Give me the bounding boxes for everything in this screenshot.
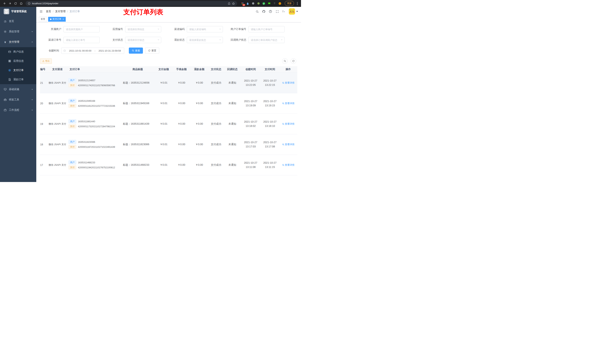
breadcrumb-pay[interactable]: 支付管理 xyxy=(55,10,65,13)
pay-status-select[interactable] xyxy=(125,37,161,43)
col-notify[interactable]: 回调状态 xyxy=(224,66,241,73)
view-detail-link[interactable]: 查看详情 xyxy=(282,102,294,105)
fee-amount: ￥0.00 xyxy=(178,102,185,105)
create-time: 13:11:08 xyxy=(242,165,259,169)
sidebar-item-system[interactable]: 系统管理 xyxy=(0,26,36,37)
search-button[interactable]: 搜索 xyxy=(129,48,143,54)
col-fee[interactable]: 手续金额 xyxy=(172,66,190,73)
tab-pay-order[interactable]: 支付订单 × xyxy=(48,17,66,22)
font-size-icon[interactable]: TT xyxy=(282,10,285,13)
chevron-up-icon xyxy=(31,41,33,43)
collapse-sidebar-icon[interactable] xyxy=(39,10,43,13)
browser-menu-icon[interactable] xyxy=(295,2,299,5)
notify-status: 未通知 xyxy=(228,163,236,166)
pay-channel: 微信 JSAPI 支付 xyxy=(49,123,66,125)
table-row[interactable]: 21 微信 JSAPI 支付 商户1635312124657 支付4200001… xyxy=(40,73,297,93)
tab-home[interactable]: 首页 xyxy=(39,17,47,22)
table-row[interactable]: 商户1635311457136 xyxy=(40,175,297,182)
bookmark-star-icon[interactable] xyxy=(232,2,235,5)
col-amount[interactable]: 支付金额 xyxy=(155,66,172,73)
forward-icon[interactable] xyxy=(7,1,13,6)
col-refund[interactable]: 退款金额 xyxy=(190,66,208,73)
col-order[interactable]: 支付订单 xyxy=(67,66,121,73)
merchant-order-no: 1635312124657 xyxy=(78,79,95,82)
app-id-select[interactable] xyxy=(125,26,161,32)
extension-robot-icon[interactable] xyxy=(278,2,282,5)
avatar xyxy=(289,8,295,15)
extension-green-icon[interactable] xyxy=(257,2,260,5)
sidebar-item-pay-order[interactable]: 支付订单 xyxy=(0,66,36,75)
extension-chat-icon[interactable] xyxy=(267,2,271,5)
tab-close-icon[interactable]: × xyxy=(63,18,64,21)
col-status[interactable]: 支付状态 xyxy=(208,66,224,73)
col-actions[interactable]: 操作 xyxy=(279,66,297,73)
table-row[interactable]: 17 微信 JSAPI 支付 商户1635311468233 支付4200001… xyxy=(40,155,297,175)
fullscreen-icon[interactable] xyxy=(275,10,279,13)
sidebar-item-merchant-info[interactable]: 商户信息 xyxy=(0,47,36,56)
table-row[interactable]: 18 微信 JSAPI 支付 商户1635311823086 支付4200001… xyxy=(40,134,297,155)
col-channel[interactable]: 支付渠道 xyxy=(47,66,67,73)
url-bar[interactable]: localhost:1024/pay/order xyxy=(26,1,237,6)
github-icon[interactable] xyxy=(262,10,266,13)
sidebar-item-pay[interactable]: ¥ 支付管理 xyxy=(0,37,36,47)
notify-status-select[interactable] xyxy=(248,37,285,43)
sidebar-item-infra[interactable]: 基础设施 xyxy=(0,84,36,94)
view-detail-link[interactable]: 查看详情 xyxy=(282,143,294,146)
menu-label: 研发工具 xyxy=(9,98,19,101)
merchant-order-no-input[interactable] xyxy=(248,26,285,32)
extension-gray-icon[interactable] xyxy=(251,2,255,5)
pay-status: 支付成功 xyxy=(211,122,221,125)
browser-update-button[interactable]: 更新 xyxy=(285,1,294,6)
extension-grid-icon[interactable]: 10 xyxy=(240,2,244,5)
create-time-range-picker[interactable]: 2021-10-01 00:00:00 - 2021-10-31 23:59:5… xyxy=(61,48,124,54)
refund-amount: ￥0.00 xyxy=(195,102,203,105)
sidebar-item-devtools[interactable]: 研发工具 xyxy=(0,94,36,105)
table-refresh-icon[interactable] xyxy=(291,58,296,64)
search-icon[interactable] xyxy=(256,10,259,13)
back-icon[interactable] xyxy=(2,1,7,6)
caret-down-icon xyxy=(296,11,298,12)
reload-icon[interactable] xyxy=(13,1,18,6)
reset-button[interactable]: 重置 xyxy=(145,48,159,54)
share-icon[interactable] xyxy=(228,2,230,5)
sidebar-item-home[interactable]: 首页 xyxy=(0,16,36,26)
extension-drop-icon[interactable] xyxy=(246,2,249,5)
channel-order-no-input[interactable] xyxy=(64,37,100,43)
channel-order-no: 4200001181202110277723215336 xyxy=(78,104,115,107)
pay-status: 支付成功 xyxy=(211,81,221,84)
breadcrumb-home[interactable]: 首页 xyxy=(46,10,51,13)
refund-amount: ￥0.00 xyxy=(195,143,203,146)
app-logo[interactable]: 芋道管理系统 xyxy=(0,7,36,16)
view-detail-link[interactable]: 查看详情 xyxy=(282,163,294,167)
filter-label: 商户订单编号 xyxy=(225,28,248,31)
merchant-input[interactable] xyxy=(64,26,100,32)
help-icon[interactable] xyxy=(269,10,272,13)
home-icon[interactable] xyxy=(19,1,24,6)
order-id: 21 xyxy=(40,81,43,84)
table-row[interactable]: 19 微信 JSAPI 支付 商户1635311881440 支付4200001… xyxy=(40,114,297,134)
user-menu[interactable] xyxy=(289,8,298,15)
extension-check-icon[interactable] xyxy=(262,2,266,5)
col-title[interactable]: 商品标题 xyxy=(121,66,155,73)
refund-status-select[interactable] xyxy=(187,37,223,43)
product-title: 标题：1635311949168 xyxy=(123,102,149,105)
col-id[interactable]: 编号 xyxy=(40,66,47,73)
pay-amount: ￥0.01 xyxy=(160,163,167,166)
order-id: 17 xyxy=(40,164,43,166)
col-pay-time[interactable]: 支付时间 xyxy=(261,66,279,73)
table-row[interactable]: 20 微信 JSAPI 支付 商户1635311949168 支付4200001… xyxy=(40,93,297,114)
sidebar-item-app-info[interactable]: 应用信息 xyxy=(0,56,36,66)
view-detail-link[interactable]: 查看详情 xyxy=(282,81,294,84)
extension-pin-icon[interactable] xyxy=(273,2,276,5)
sidebar-item-refund-order[interactable]: 退款订单 xyxy=(0,75,36,84)
table-search-icon[interactable] xyxy=(282,58,288,64)
chevron-down-icon xyxy=(31,88,33,90)
channel-code-select[interactable] xyxy=(187,26,223,32)
site-info-icon[interactable] xyxy=(28,2,31,5)
view-detail-label: 查看详情 xyxy=(285,102,294,105)
col-create-time[interactable]: 创建时间 xyxy=(241,66,261,73)
view-detail-link[interactable]: 查看详情 xyxy=(282,122,294,125)
export-button[interactable]: 导出 xyxy=(40,58,52,64)
monitor-icon xyxy=(4,88,7,91)
sidebar-item-workflow[interactable]: 工作流程 xyxy=(0,105,36,115)
